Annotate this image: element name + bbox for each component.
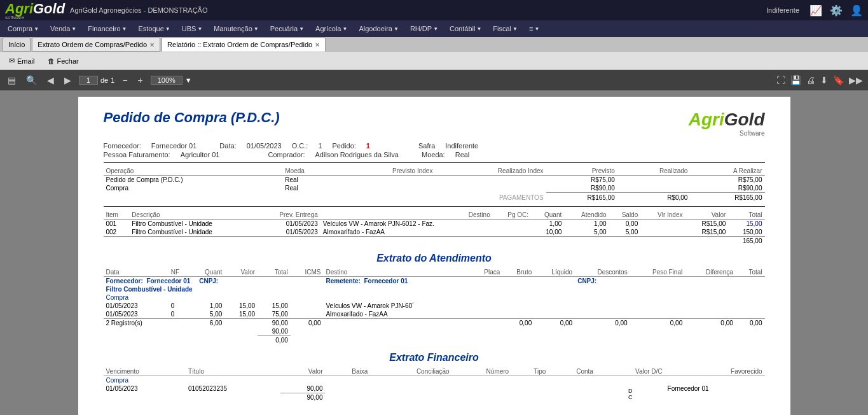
summary-table: Operação Moeda Previsto Index Realizado …	[104, 167, 765, 202]
tab-extrato-ordem[interactable]: Extrato Ordem de Compras/Pedido ✕	[32, 38, 160, 52]
nav-pecuaria[interactable]: Pecuária ▼	[265, 24, 309, 34]
col-valor-at: Valor	[224, 268, 258, 277]
fornecedor-info-row: Fornecedor: Fornecedor 01 CNPJ: Remetent…	[104, 276, 765, 285]
tab-relatorio-close[interactable]: ✕	[315, 41, 320, 48]
chart-icon[interactable]: 📈	[809, 4, 822, 17]
col-a-realizar: A Realizar	[690, 167, 764, 176]
safra-val: Indiferente	[445, 142, 478, 150]
registros-row-total: 0,00	[736, 318, 765, 327]
registros-row: 2 Registro(s) 6,00 90,00 0,00 0,00 0,00 …	[104, 318, 765, 327]
fiscal-arrow: ▼	[513, 26, 518, 32]
remetente-info: Remetente: Fornecedor 01	[323, 276, 575, 285]
agricola-arrow: ▼	[342, 26, 347, 32]
col-previsto: Previsto	[546, 167, 617, 176]
subtotal-row: 90,00	[104, 327, 765, 336]
pdf-bookmark-icon[interactable]: 🔖	[833, 75, 844, 85]
ir1-valor: R$15,00	[685, 219, 728, 228]
more-arrow: ▼	[534, 26, 539, 32]
report-logo-sub: Software	[689, 130, 765, 137]
nav-rhdp[interactable]: RH/DP ▼	[405, 24, 443, 34]
tab-relatorio[interactable]: Relatório :: Extrato Ordem de Compras/Pe…	[162, 38, 326, 52]
top-bar: AgriGold software AgriGold Agronegócios …	[0, 0, 868, 20]
pdf-download-icon[interactable]: ⬇	[820, 75, 828, 85]
pdf-more-icon[interactable]: ▶▶	[849, 75, 863, 85]
ar2-nf: 0	[169, 310, 189, 319]
registros-icms: 0,00	[291, 318, 324, 327]
fornecedor-info: Fornecedor: Fornecedor 01 CNPJ:	[104, 276, 324, 285]
pdf-fullscreen-icon[interactable]: ⛶	[776, 75, 785, 85]
nav-compra[interactable]: Compra ▼	[3, 24, 44, 34]
ir2-total: 150,00	[728, 228, 764, 237]
col-realizado-index: Realizado Index	[435, 167, 546, 176]
pdf-next-btn[interactable]: ▶	[62, 74, 74, 87]
col-vencimento: Vencimento	[104, 367, 186, 376]
tab-inicio[interactable]: Início	[3, 38, 31, 52]
comprador-label: Comprador:	[268, 151, 305, 158]
pdf-print-icon[interactable]: 🖨	[806, 75, 815, 85]
pessoa-fat-val: Agricultor 01	[181, 151, 220, 158]
subtotal2-val: 0,00	[258, 335, 291, 344]
pagamentos-label: PAGAMENTOS	[104, 193, 546, 202]
fin-total-spacer2	[325, 393, 764, 402]
report-logo-container: AgriGold Software	[689, 109, 765, 137]
pdf-save-icon[interactable]: 💾	[790, 75, 801, 85]
nav-ubs[interactable]: UBS ▼	[177, 24, 208, 34]
atendimento-table: Data NF Quant Valor Total ICMS Destino P…	[104, 268, 765, 344]
nav-more[interactable]: ≡ ▼	[524, 24, 544, 34]
pdf-search-btn[interactable]: 🔍	[24, 74, 39, 87]
pdf-prev-btn[interactable]: ◀	[45, 74, 57, 87]
nav-algodoeira[interactable]: Algodoeira ▼	[354, 24, 404, 34]
ar2-placa	[470, 310, 503, 319]
pdf-zoom-in[interactable]: +	[135, 74, 146, 87]
ar2-valor: 15,00	[224, 310, 258, 319]
fr1-vencimento: 01/05/2023	[104, 384, 186, 393]
registros-bruto: 0,00	[502, 318, 534, 327]
ir1-prev-entrega: 01/05/2023	[256, 219, 320, 228]
pdf-sidebar-toggle[interactable]: ▤	[5, 74, 18, 87]
col-saldo: Saldo	[609, 211, 641, 220]
nav-fiscal[interactable]: Fiscal ▼	[488, 24, 523, 34]
pdf-zoom-out[interactable]: −	[120, 74, 130, 87]
pdf-zoom-arrow[interactable]: ▼	[185, 76, 192, 84]
produto-label: Filtro Combustível - Unidade	[104, 285, 765, 293]
ir1-vlr-index	[640, 219, 685, 228]
nav-estoque[interactable]: Estoque ▼	[133, 24, 175, 34]
col-icms: ICMS	[291, 268, 324, 277]
col-vlr-index: Vlr Index	[640, 211, 685, 220]
ar1-bruto	[502, 302, 534, 310]
nav-financeiro[interactable]: Financeiro ▼	[83, 24, 132, 34]
ar2-total: 75,00	[258, 310, 291, 319]
sr2-realizado	[617, 184, 691, 193]
report-title-area: Pedido de Compra (P.D.C.)	[104, 109, 280, 126]
ar2-liquido	[534, 310, 575, 319]
pdf-area: Pedido de Compra (P.D.C.) AgriGold Softw…	[0, 90, 868, 415]
pdf-page-of: de	[100, 76, 108, 84]
tab-extrato-ordem-close[interactable]: ✕	[149, 41, 155, 48]
ar2-peso	[630, 310, 685, 319]
pdf-page-total: 1	[111, 76, 114, 84]
col-titulo: Título	[186, 367, 280, 376]
item-row-1: 001 Filtro Combustível - Unidade 01/05/2…	[104, 219, 765, 228]
nav-agricola[interactable]: Agrícola ▼	[310, 24, 352, 34]
sr1-previsto-index	[336, 176, 436, 185]
col-liquido: Líquido	[534, 268, 575, 277]
pdf-page-input[interactable]	[79, 76, 98, 85]
sr1-a-realizar: R$75,00	[690, 176, 764, 185]
cnpj2-info: CNPJ:	[575, 276, 764, 285]
pessoa-fat-label: Pessoa Faturamento:	[104, 151, 170, 158]
fechar-button[interactable]: 🗑 Fechar	[44, 56, 83, 66]
fin-total: 90,00	[280, 393, 326, 402]
email-button[interactable]: ✉ Email	[5, 55, 39, 66]
registros-spacer2	[224, 318, 258, 327]
user-icon[interactable]: 👤	[850, 4, 863, 17]
nav-venda[interactable]: Venda ▼	[45, 24, 81, 34]
pdf-zoom-input[interactable]	[151, 76, 183, 85]
logo-gold: Gold	[33, 1, 65, 17]
ir1-total: 15,00	[728, 219, 764, 228]
nav-manutencao[interactable]: Manutenção ▼	[209, 24, 263, 34]
nav-contabil[interactable]: Contábil ▼	[444, 24, 486, 34]
ir2-pg-oc	[493, 228, 531, 237]
sr1-realizado	[617, 176, 691, 185]
sr2-previsto: R$90,00	[546, 184, 617, 193]
settings-icon[interactable]: ⚙️	[830, 4, 843, 17]
